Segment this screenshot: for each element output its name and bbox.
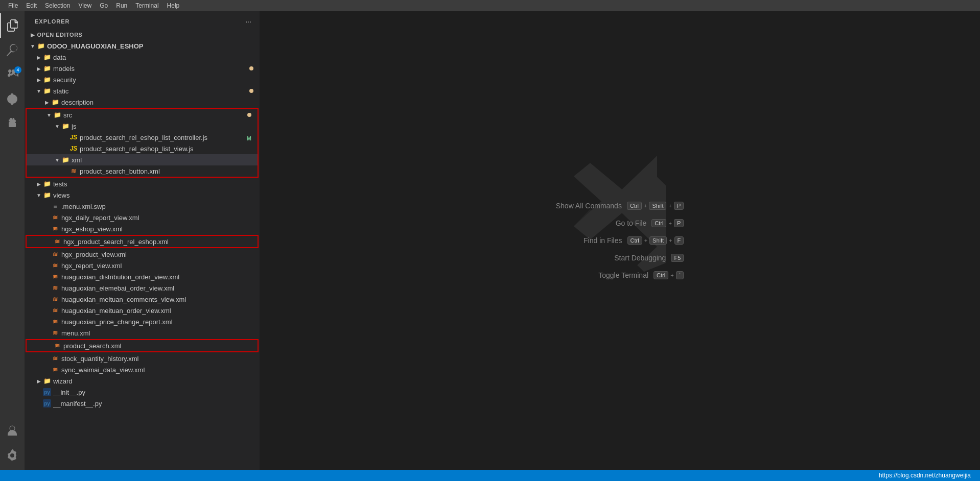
welcome-content: Show All Commands Ctrl + Shift + P Go to…	[556, 202, 684, 279]
hdr-name: hgx_daily_report_view.xml	[61, 214, 253, 222]
run-activity-icon[interactable]	[0, 87, 25, 111]
hpv-name: hgx_product_view.xml	[61, 251, 253, 258]
kbd-ctrl-5: Ctrl	[654, 271, 668, 279]
kbd-p-1: P	[674, 202, 684, 210]
views-folder-icon: 📁	[43, 191, 51, 199]
kbd-p-2: P	[674, 219, 684, 227]
shortcut-keys-2: Ctrl + P	[651, 219, 684, 227]
file-hgx-product-view[interactable]: ≋ hgx_product_view.xml	[25, 249, 260, 260]
manifest-py-name: __manifest__.py	[53, 400, 253, 407]
folder-static[interactable]: ▼ 📁 static	[25, 85, 260, 97]
file-init-py[interactable]: py __init__.py	[25, 387, 260, 398]
models-folder-name: models	[53, 65, 247, 73]
file-hgx-daily-report[interactable]: ≋ hgx_daily_report_view.xml	[25, 212, 260, 223]
static-arrow: ▼	[35, 88, 43, 94]
file-controller-js[interactable]: JS product_search_rel_eshop_list_control…	[27, 132, 258, 143]
file-meituan-comments[interactable]: ≋ huaguoxian_meituan_comments_view.xml	[25, 294, 260, 305]
plus-5: +	[670, 272, 673, 278]
folder-src[interactable]: ▼ 📁 src	[27, 109, 258, 121]
xml-folder-icon: 📁	[61, 156, 69, 164]
controller-js-name: product_search_rel_eshop_list_controller…	[80, 134, 245, 141]
file-hgx-product-search-rel[interactable]: ≋ hgx_product_search_rel_eshop.xml	[27, 236, 258, 247]
open-editors-section[interactable]: ▶ OPEN EDITORS	[25, 29, 260, 40]
js-view-file-icon: JS	[69, 145, 78, 153]
src-badge	[247, 113, 251, 117]
file-manifest-py[interactable]: py __manifest__.py	[25, 398, 260, 409]
xml-pcr-icon: ≋	[51, 318, 59, 326]
file-menu-swp[interactable]: ≡ .menu.xml.swp	[25, 201, 260, 212]
file-menu-xml[interactable]: ≋ menu.xml	[25, 327, 260, 339]
file-hgx-report-view[interactable]: ≋ hgx_report_view.xml	[25, 260, 260, 271]
file-distribution-order[interactable]: ≋ huaguoxian_distribution_order_view.xml	[25, 271, 260, 282]
file-product-search-xml[interactable]: ≋ product_search.xml	[27, 340, 258, 351]
plus-3b: +	[669, 237, 672, 244]
eov-name: huaguoxian_elemebai_order_view.xml	[61, 284, 253, 292]
open-editors-label: OPEN EDITORS	[37, 32, 83, 38]
sidebar-more-button[interactable]: ···	[243, 16, 253, 27]
static-folder-icon: 📁	[43, 87, 51, 95]
src-folder-name: src	[63, 111, 245, 119]
shortcut-row-2: Go to File Ctrl + P	[616, 219, 684, 227]
menu-go[interactable]: Go	[96, 0, 112, 11]
settings-activity-icon[interactable]	[0, 443, 25, 468]
js-arrow: ▼	[53, 124, 61, 129]
folder-security[interactable]: ▶ 📁 security	[25, 74, 260, 85]
xml-ps-icon: ≋	[53, 342, 61, 350]
file-hgx-eshop-view[interactable]: ≋ hgx_eshop_view.xml	[25, 223, 260, 234]
menu-edit[interactable]: Edit	[22, 0, 41, 11]
file-stock-quantity[interactable]: ≋ stock_quantity_history.xml	[25, 353, 260, 364]
project-root[interactable]: ▼ 📁 ODOO_HUAGUOXIAN_ESHOP	[25, 40, 260, 52]
description-folder-icon: 📁	[51, 98, 59, 106]
menu-file[interactable]: File	[4, 0, 22, 11]
xml-hpv-icon: ≋	[51, 250, 59, 258]
menu-help[interactable]: Help	[163, 0, 184, 11]
file-price-change-report[interactable]: ≋ huaguoxian_price_change_report.xml	[25, 316, 260, 327]
folder-data[interactable]: ▶ 📁 data	[25, 52, 260, 63]
open-editors-arrow: ▶	[31, 32, 35, 38]
folder-views[interactable]: ▼ 📁 views	[25, 189, 260, 201]
py-manifest-icon: py	[43, 399, 51, 407]
menu-selection[interactable]: Selection	[41, 0, 74, 11]
menu-run[interactable]: Run	[112, 0, 131, 11]
pcr-name: huaguoxian_price_change_report.xml	[61, 318, 253, 326]
extensions-activity-icon[interactable]	[0, 111, 25, 136]
folder-models[interactable]: ▶ 📁 models	[25, 63, 260, 74]
tests-folder-name: tests	[53, 180, 253, 188]
view-js-name: product_search_rel_eshop_list_view.js	[80, 145, 251, 153]
description-folder-name: description	[61, 99, 253, 106]
file-product-search-button-xml[interactable]: ≋ product_search_button.xml	[27, 165, 258, 177]
models-badge	[249, 66, 253, 70]
xml-hpsr-icon: ≋	[53, 237, 61, 246]
shortcut-keys-4: F5	[671, 254, 684, 262]
folder-icon: 📁	[37, 42, 45, 50]
js-folder-name: js	[72, 123, 251, 130]
file-view-js[interactable]: JS product_search_rel_eshop_list_view.js	[27, 143, 258, 154]
folder-wizard[interactable]: ▶ 📁 wizard	[25, 375, 260, 387]
source-control-activity-icon[interactable]: 4	[0, 62, 25, 87]
kbd-ctrl-3: Ctrl	[627, 236, 642, 245]
folder-xml[interactable]: ▼ 📁 xml	[27, 154, 258, 165]
folder-js[interactable]: ▼ 📁 js	[27, 121, 258, 132]
menu-view[interactable]: View	[74, 0, 96, 11]
folder-tests[interactable]: ▶ 📁 tests	[25, 178, 260, 189]
wizard-arrow: ▶	[35, 378, 43, 384]
explorer-activity-icon[interactable]	[0, 13, 25, 38]
search-activity-icon[interactable]	[0, 38, 25, 62]
status-url[interactable]: https://blog.csdn.net/zhuangweijia	[876, 472, 974, 479]
project-root-name: ODOO_HUAGUOXIAN_ESHOP	[47, 42, 253, 50]
security-folder-name: security	[53, 76, 253, 84]
folder-description[interactable]: ▶ 📁 description	[25, 97, 260, 108]
menu-terminal[interactable]: Terminal	[131, 0, 162, 11]
xml-swdv-icon: ≋	[51, 366, 59, 374]
kbd-f5: F5	[671, 254, 684, 262]
file-sync-waimai[interactable]: ≋ sync_waimai_data_view.xml	[25, 364, 260, 375]
account-activity-icon[interactable]	[0, 419, 25, 443]
status-bar: https://blog.csdn.net/zhuangweijia	[0, 470, 980, 481]
file-elemebai-order[interactable]: ≋ huaguoxian_elemebai_order_view.xml	[25, 282, 260, 294]
sidebar-header-actions: ···	[243, 16, 253, 27]
shortcut-row-1: Show All Commands Ctrl + Shift + P	[556, 202, 684, 210]
dov-name: huaguoxian_distribution_order_view.xml	[61, 273, 253, 281]
hpsr-highlight-box: ≋ hgx_product_search_rel_eshop.xml	[26, 235, 259, 248]
xml-hrv-icon: ≋	[51, 261, 59, 270]
file-meituan-order[interactable]: ≋ huaguoxian_meituan_order_view.xml	[25, 305, 260, 316]
